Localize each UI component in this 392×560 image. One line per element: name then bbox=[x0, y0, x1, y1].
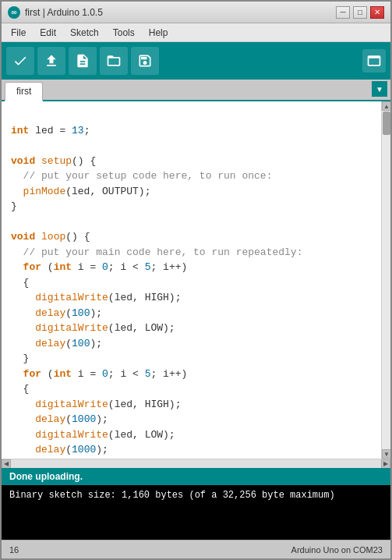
scroll-thumb-v[interactable] bbox=[383, 112, 390, 135]
editor-container: int led = 13; void setup() { // put your… bbox=[2, 101, 390, 459]
console-area: Binary sketch size: 1,160 bytes (of a 32… bbox=[2, 485, 390, 540]
upload-button[interactable] bbox=[37, 47, 65, 75]
console-header: Done uploading. bbox=[2, 468, 390, 485]
menu-file[interactable]: File bbox=[5, 25, 32, 41]
toolbar bbox=[2, 42, 390, 80]
board-info: Arduino Uno on COM23 bbox=[291, 545, 383, 555]
scroll-left-arrow[interactable]: ◀ bbox=[2, 459, 11, 469]
app-icon: ∞ bbox=[8, 6, 20, 19]
horizontal-scrollbar[interactable]: ◀ ▶ bbox=[2, 459, 390, 468]
tab-bar: first ▼ bbox=[2, 80, 390, 101]
menu-help[interactable]: Help bbox=[143, 25, 175, 41]
maximize-button[interactable]: □ bbox=[353, 6, 367, 19]
tab-dropdown[interactable]: ▼ bbox=[372, 81, 387, 97]
console-section: Done uploading. Binary sketch size: 1,16… bbox=[2, 468, 390, 540]
app-window: ∞ first | Arduino 1.0.5 ─ □ ✕ File Edit … bbox=[0, 0, 392, 560]
menu-tools[interactable]: Tools bbox=[107, 25, 141, 41]
console-message: Binary sketch size: 1,160 bytes (of a 32… bbox=[9, 490, 335, 501]
menu-bar: File Edit Sketch Tools Help bbox=[2, 23, 390, 42]
menu-sketch[interactable]: Sketch bbox=[64, 25, 105, 41]
scroll-track-h bbox=[11, 460, 381, 468]
scroll-right-arrow[interactable]: ▶ bbox=[381, 459, 390, 469]
tab-first[interactable]: first bbox=[5, 82, 43, 101]
title-bar: ∞ first | Arduino 1.0.5 ─ □ ✕ bbox=[2, 2, 390, 23]
minimize-button[interactable]: ─ bbox=[336, 6, 350, 19]
save-button[interactable] bbox=[131, 47, 159, 75]
code-editor[interactable]: int led = 13; void setup() { // put your… bbox=[2, 101, 381, 459]
new-button[interactable] bbox=[69, 47, 97, 75]
title-text: first | Arduino 1.0.5 bbox=[25, 7, 103, 18]
vertical-scrollbar[interactable]: ▲ ▼ bbox=[381, 101, 390, 459]
status-bar: 16 Arduino Uno on COM23 bbox=[2, 540, 390, 558]
scroll-up-arrow[interactable]: ▲ bbox=[382, 101, 390, 111]
line-number: 16 bbox=[9, 545, 19, 555]
menu-edit[interactable]: Edit bbox=[34, 25, 62, 41]
open-button[interactable] bbox=[100, 47, 128, 75]
scroll-down-arrow[interactable]: ▼ bbox=[382, 449, 390, 459]
title-left: ∞ first | Arduino 1.0.5 bbox=[8, 6, 103, 19]
window-controls: ─ □ ✕ bbox=[336, 6, 384, 19]
close-button[interactable]: ✕ bbox=[370, 6, 384, 19]
serial-monitor-button[interactable] bbox=[362, 49, 386, 73]
verify-button[interactable] bbox=[6, 47, 34, 75]
